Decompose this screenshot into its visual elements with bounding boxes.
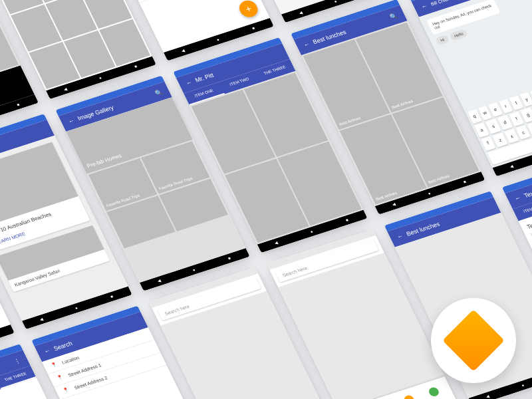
sketch-icon <box>442 309 504 371</box>
fab-add[interactable]: + <box>237 0 261 19</box>
search-icon: 🔍 <box>154 88 164 96</box>
sketch-badge <box>431 298 516 383</box>
